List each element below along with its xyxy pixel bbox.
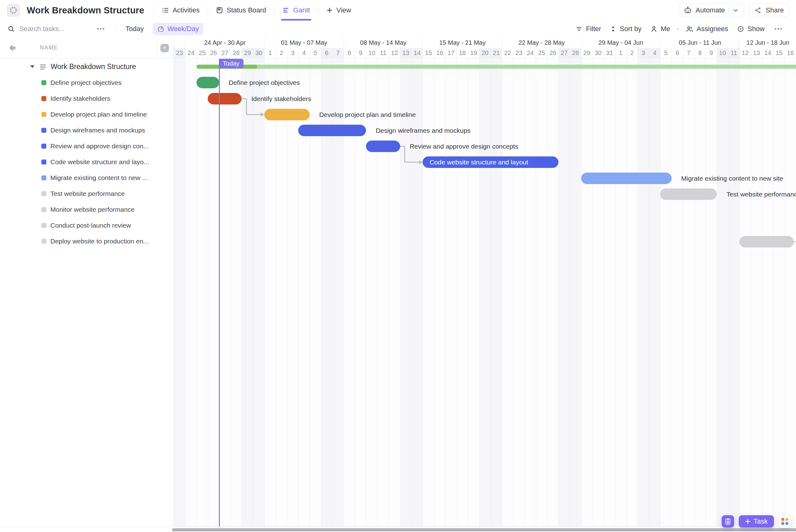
day-header-cell: 10 (366, 48, 377, 58)
task-row[interactable]: Conduct post-launch review (0, 217, 173, 233)
day-header-cell: 30 (253, 48, 264, 58)
grid-line (536, 59, 536, 527)
gantt-toolbar: Search tasks... ••• Today Week/Day Filte… (0, 20, 796, 37)
gantt-bar-code[interactable]: Code website structure and layout (422, 156, 558, 168)
day-header-cell: 1 (264, 48, 276, 58)
chevron-down-icon[interactable] (733, 7, 739, 13)
tab-status-board[interactable]: Status Board (208, 0, 274, 20)
gantt-bar-design[interactable] (298, 125, 366, 136)
me-filter-button[interactable]: Me (650, 25, 670, 33)
bar-label: Design wireframes and mockups (376, 125, 471, 136)
add-column-button[interactable]: + (160, 44, 169, 52)
add-task-button[interactable]: Task (739, 515, 774, 528)
grid-line (185, 59, 185, 527)
tab-add-view[interactable]: View (318, 0, 359, 20)
collapse-caret-icon[interactable] (30, 65, 35, 68)
day-header-cell: 19 (468, 48, 479, 58)
day-header-cell: 26 (208, 48, 219, 58)
gantt-bar-identify[interactable] (208, 93, 242, 104)
task-color-dot (41, 159, 46, 165)
tab-activities[interactable]: Activities (154, 0, 208, 20)
gantt-bar-test[interactable] (660, 188, 717, 200)
task-row[interactable]: Monitor website performance (0, 202, 173, 217)
add-task-label: Task (754, 517, 768, 526)
day-header-cell: 1 (615, 48, 626, 58)
sort-button[interactable]: Sort by (610, 25, 642, 33)
connector-line (246, 114, 262, 115)
name-column-header: NAME (40, 44, 58, 51)
task-row[interactable]: Migrate existing content to new ... (0, 170, 173, 186)
task-row[interactable]: Test website performance (0, 186, 173, 202)
day-header-cell: 27 (219, 48, 230, 58)
weekend-stripe (570, 59, 581, 527)
horizontal-scrollbar[interactable] (172, 528, 796, 531)
today-button[interactable]: Today (126, 25, 144, 33)
task-label: Code website structure and layo... (50, 158, 149, 166)
tab-gantt[interactable]: Gantt (274, 0, 318, 20)
task-row[interactable]: Develop project plan and timeline (0, 106, 173, 122)
week-header-cell: 29 May - 04 Jun (581, 37, 660, 48)
show-button[interactable]: Show (737, 25, 764, 33)
overflow-menu-icon[interactable]: ••• (775, 26, 783, 32)
grid-line (558, 59, 559, 527)
bar-inner-label: Code website structure and layout (422, 156, 558, 168)
root-task-label: Work Breakdown Structure (51, 62, 136, 71)
view-tabs: Activities Status Board Gantt (154, 0, 359, 20)
search-input[interactable]: Search tasks... (7, 25, 91, 33)
filter-button[interactable]: Filter (575, 25, 601, 33)
share-button[interactable]: Share (749, 3, 789, 17)
grid-line (208, 59, 208, 527)
grid-line (525, 59, 525, 527)
task-row[interactable]: Identify stakeholders (0, 91, 173, 106)
task-color-dot (41, 191, 46, 196)
gantt-bar-deploy[interactable] (739, 236, 794, 247)
more-options-icon[interactable]: ••• (97, 26, 106, 32)
bar-label: Test website performance (726, 188, 796, 200)
day-header-cell: 7 (332, 48, 343, 58)
day-header-cell: 7 (683, 48, 694, 58)
day-header-cell: 25 (536, 48, 547, 58)
task-label: Define project objectives (50, 79, 121, 87)
assignees-button[interactable]: Assignees (686, 25, 728, 33)
grid-line (739, 59, 740, 527)
gantt-chart: 24 Apr - 30 Apr01 May - 07 May08 May - 1… (173, 37, 796, 532)
task-row[interactable]: Deploy website to production en... (0, 233, 173, 249)
view-mode-button[interactable]: Week/Day (153, 23, 203, 35)
grid-line (751, 59, 751, 527)
day-header-cell: 8 (344, 48, 355, 58)
tab-label: Activities (173, 6, 200, 14)
day-header-cell: 12 (739, 48, 751, 58)
gantt-bar-review[interactable] (366, 140, 400, 152)
gantt-app: Work Breakdown Structure Activities Stat… (0, 0, 796, 532)
docs-fab-button[interactable] (722, 515, 734, 528)
task-row[interactable]: Design wireframes and mockups (0, 122, 173, 138)
weekend-stripe (253, 59, 264, 527)
gantt-bar-migrate[interactable] (581, 173, 671, 184)
grid-line (242, 59, 242, 527)
task-color-dot (41, 175, 46, 180)
automate-label: Automate (696, 6, 725, 14)
day-header-cell: 9 (355, 48, 366, 58)
top-header: Work Breakdown Structure Activities Stat… (0, 0, 796, 20)
task-row[interactable]: Define project objectives (0, 75, 173, 91)
grid-line (785, 59, 785, 527)
workspace-icon[interactable] (7, 4, 20, 17)
gantt-bar-define[interactable] (196, 77, 219, 88)
grid-line (773, 59, 774, 527)
collapse-sidebar-icon[interactable] (8, 43, 17, 53)
root-task-row[interactable]: Work Breakdown Structure (0, 59, 173, 75)
task-row[interactable]: Review and approve design con... (0, 138, 173, 154)
day-header-cell: 31 (604, 48, 615, 58)
apps-launcher-button[interactable] (779, 515, 791, 528)
automate-button[interactable]: Automate (679, 3, 744, 17)
week-header-cell: 01 May - 07 May (264, 37, 344, 48)
gantt-bar-develop[interactable] (264, 109, 310, 120)
day-header-cell: 5 (310, 48, 321, 58)
grid-line (196, 59, 197, 527)
sort-icon (610, 25, 617, 33)
task-label: Test website performance (50, 190, 125, 197)
task-label: Design wireframes and mockups (50, 127, 145, 134)
task-row[interactable]: Code website structure and layo... (0, 154, 173, 170)
day-header-cell: 28 (230, 48, 242, 58)
gantt-body: Define project objectivesIdentify stakeh… (174, 59, 796, 527)
